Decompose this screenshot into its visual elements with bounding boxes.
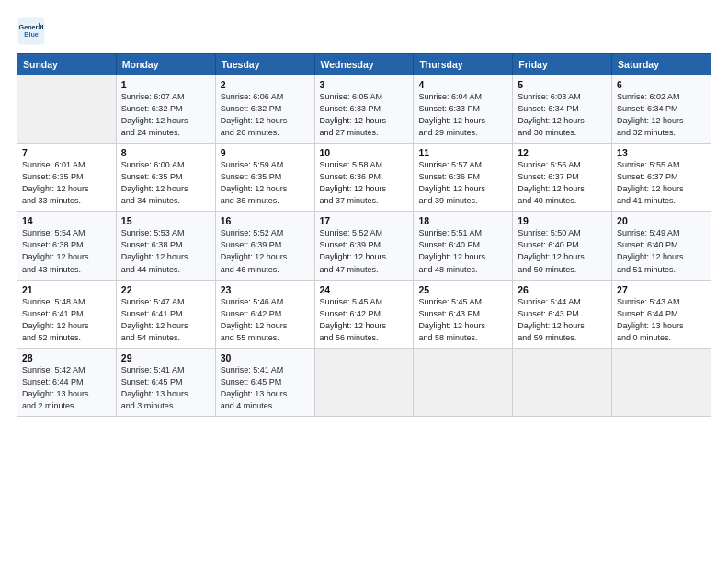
calendar-cell: 2Sunrise: 6:06 AM Sunset: 6:32 PM Daylig… (215, 75, 314, 144)
day-info: Sunrise: 5:52 AM Sunset: 6:39 PM Dayligh… (320, 227, 409, 275)
calendar-cell: 6Sunrise: 6:02 AM Sunset: 6:34 PM Daylig… (612, 75, 711, 144)
day-info: Sunrise: 5:42 AM Sunset: 6:44 PM Dayligh… (22, 364, 111, 412)
day-info: Sunrise: 5:50 AM Sunset: 6:40 PM Dayligh… (518, 227, 607, 275)
week-row-1: 1Sunrise: 6:07 AM Sunset: 6:32 PM Daylig… (17, 75, 711, 144)
header: General Blue (17, 17, 711, 46)
day-info: Sunrise: 5:59 AM Sunset: 6:35 PM Dayligh… (221, 159, 310, 207)
col-header-wednesday: Wednesday (314, 54, 414, 75)
column-headers: SundayMondayTuesdayWednesdayThursdayFrid… (17, 54, 711, 75)
day-number: 11 (418, 147, 507, 158)
day-info: Sunrise: 5:58 AM Sunset: 6:36 PM Dayligh… (320, 159, 409, 207)
calendar-cell: 7Sunrise: 6:01 AM Sunset: 6:35 PM Daylig… (17, 144, 117, 212)
day-number: 10 (320, 147, 409, 158)
calendar-cell: 12Sunrise: 5:56 AM Sunset: 6:37 PM Dayli… (513, 144, 612, 212)
calendar-cell: 23Sunrise: 5:46 AM Sunset: 6:42 PM Dayli… (215, 280, 314, 348)
day-info: Sunrise: 5:48 AM Sunset: 6:41 PM Dayligh… (22, 296, 111, 344)
calendar-cell: 21Sunrise: 5:48 AM Sunset: 6:41 PM Dayli… (17, 280, 117, 348)
calendar-cell: 5Sunrise: 6:03 AM Sunset: 6:34 PM Daylig… (513, 75, 612, 144)
calendar-cell: 24Sunrise: 5:45 AM Sunset: 6:42 PM Dayli… (314, 280, 414, 348)
day-number: 23 (221, 284, 310, 295)
day-info: Sunrise: 5:52 AM Sunset: 6:39 PM Dayligh… (221, 227, 310, 275)
week-row-3: 14Sunrise: 5:54 AM Sunset: 6:38 PM Dayli… (17, 212, 711, 280)
day-number: 6 (617, 79, 706, 90)
calendar-cell: 30Sunrise: 5:41 AM Sunset: 6:45 PM Dayli… (215, 348, 314, 416)
day-number: 29 (121, 352, 210, 363)
calendar-cell (314, 348, 414, 416)
logo-icon: General Blue (17, 17, 46, 46)
day-info: Sunrise: 6:00 AM Sunset: 6:35 PM Dayligh… (121, 159, 210, 207)
day-info: Sunrise: 5:44 AM Sunset: 6:43 PM Dayligh… (518, 296, 607, 344)
day-number: 7 (22, 147, 111, 158)
day-number: 21 (22, 284, 111, 295)
day-number: 24 (320, 284, 409, 295)
page: General Blue SundayMondayTuesdayWednesda… (0, 0, 728, 563)
col-header-monday: Monday (116, 54, 215, 75)
day-number: 19 (518, 215, 607, 226)
day-number: 28 (22, 352, 111, 363)
day-number: 16 (221, 215, 310, 226)
calendar-cell: 28Sunrise: 5:42 AM Sunset: 6:44 PM Dayli… (17, 348, 117, 416)
day-number: 8 (121, 147, 210, 158)
day-number: 17 (320, 215, 409, 226)
day-info: Sunrise: 6:04 AM Sunset: 6:33 PM Dayligh… (418, 91, 507, 139)
day-info: Sunrise: 6:03 AM Sunset: 6:34 PM Dayligh… (518, 91, 607, 139)
calendar-cell: 8Sunrise: 6:00 AM Sunset: 6:35 PM Daylig… (116, 144, 215, 212)
day-info: Sunrise: 5:54 AM Sunset: 6:38 PM Dayligh… (22, 227, 111, 275)
day-info: Sunrise: 5:45 AM Sunset: 6:42 PM Dayligh… (320, 296, 409, 344)
calendar-cell: 4Sunrise: 6:04 AM Sunset: 6:33 PM Daylig… (414, 75, 513, 144)
day-number: 30 (221, 352, 310, 363)
col-header-friday: Friday (513, 54, 612, 75)
calendar-cell: 10Sunrise: 5:58 AM Sunset: 6:36 PM Dayli… (314, 144, 414, 212)
day-number: 25 (418, 284, 507, 295)
day-number: 4 (418, 79, 507, 90)
day-number: 26 (518, 284, 607, 295)
day-number: 3 (320, 79, 409, 90)
day-info: Sunrise: 5:49 AM Sunset: 6:40 PM Dayligh… (617, 227, 706, 275)
logo: General Blue (17, 17, 46, 46)
calendar-cell: 14Sunrise: 5:54 AM Sunset: 6:38 PM Dayli… (17, 212, 117, 280)
calendar-table: SundayMondayTuesdayWednesdayThursdayFrid… (17, 53, 711, 417)
day-number: 12 (518, 147, 607, 158)
week-row-5: 28Sunrise: 5:42 AM Sunset: 6:44 PM Dayli… (17, 348, 711, 416)
calendar-cell: 16Sunrise: 5:52 AM Sunset: 6:39 PM Dayli… (215, 212, 314, 280)
calendar-cell: 29Sunrise: 5:41 AM Sunset: 6:45 PM Dayli… (116, 348, 215, 416)
calendar-cell: 19Sunrise: 5:50 AM Sunset: 6:40 PM Dayli… (513, 212, 612, 280)
day-number: 2 (221, 79, 310, 90)
day-info: Sunrise: 5:53 AM Sunset: 6:38 PM Dayligh… (121, 227, 210, 275)
calendar-body: 1Sunrise: 6:07 AM Sunset: 6:32 PM Daylig… (17, 75, 711, 417)
calendar-cell: 25Sunrise: 5:45 AM Sunset: 6:43 PM Dayli… (414, 280, 513, 348)
calendar-cell: 11Sunrise: 5:57 AM Sunset: 6:36 PM Dayli… (414, 144, 513, 212)
calendar-cell (513, 348, 612, 416)
calendar-cell (612, 348, 711, 416)
day-info: Sunrise: 5:51 AM Sunset: 6:40 PM Dayligh… (418, 227, 507, 275)
day-number: 27 (617, 284, 706, 295)
day-info: Sunrise: 5:43 AM Sunset: 6:44 PM Dayligh… (617, 296, 706, 344)
col-header-tuesday: Tuesday (215, 54, 314, 75)
day-info: Sunrise: 6:05 AM Sunset: 6:33 PM Dayligh… (320, 91, 409, 139)
day-number: 18 (418, 215, 507, 226)
day-info: Sunrise: 5:57 AM Sunset: 6:36 PM Dayligh… (418, 159, 507, 207)
day-info: Sunrise: 6:02 AM Sunset: 6:34 PM Dayligh… (617, 91, 706, 139)
calendar-cell: 3Sunrise: 6:05 AM Sunset: 6:33 PM Daylig… (314, 75, 414, 144)
day-number: 1 (121, 79, 210, 90)
col-header-saturday: Saturday (612, 54, 711, 75)
calendar-cell: 18Sunrise: 5:51 AM Sunset: 6:40 PM Dayli… (414, 212, 513, 280)
day-info: Sunrise: 5:56 AM Sunset: 6:37 PM Dayligh… (518, 159, 607, 207)
day-info: Sunrise: 6:07 AM Sunset: 6:32 PM Dayligh… (121, 91, 210, 139)
calendar-cell: 22Sunrise: 5:47 AM Sunset: 6:41 PM Dayli… (116, 280, 215, 348)
day-info: Sunrise: 5:41 AM Sunset: 6:45 PM Dayligh… (121, 364, 210, 412)
day-info: Sunrise: 6:06 AM Sunset: 6:32 PM Dayligh… (221, 91, 310, 139)
svg-text:Blue: Blue (24, 30, 39, 39)
day-number: 14 (22, 215, 111, 226)
calendar-cell: 26Sunrise: 5:44 AM Sunset: 6:43 PM Dayli… (513, 280, 612, 348)
week-row-4: 21Sunrise: 5:48 AM Sunset: 6:41 PM Dayli… (17, 280, 711, 348)
col-header-sunday: Sunday (17, 54, 117, 75)
day-number: 15 (121, 215, 210, 226)
calendar-cell: 17Sunrise: 5:52 AM Sunset: 6:39 PM Dayli… (314, 212, 414, 280)
calendar-cell: 9Sunrise: 5:59 AM Sunset: 6:35 PM Daylig… (215, 144, 314, 212)
calendar-cell (17, 75, 117, 144)
day-info: Sunrise: 5:46 AM Sunset: 6:42 PM Dayligh… (221, 296, 310, 344)
calendar-cell: 27Sunrise: 5:43 AM Sunset: 6:44 PM Dayli… (612, 280, 711, 348)
day-info: Sunrise: 6:01 AM Sunset: 6:35 PM Dayligh… (22, 159, 111, 207)
calendar-cell (414, 348, 513, 416)
